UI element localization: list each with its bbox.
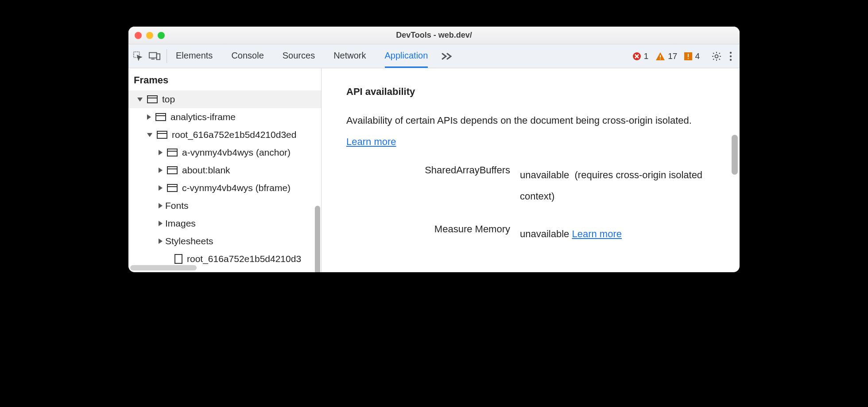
issue-count: 4 [695, 51, 700, 61]
section-description: Availability of certain APIs depends on … [346, 110, 715, 153]
tree-item[interactable]: c-vynmy4vb4wys (bframe) [128, 179, 321, 197]
svg-rect-9 [688, 58, 689, 59]
svg-rect-8 [688, 54, 689, 57]
tab-elements[interactable]: Elements [176, 44, 213, 68]
file-icon [174, 254, 182, 264]
main-panel: API availability Availability of certain… [322, 68, 740, 272]
minimize-window-button[interactable] [146, 32, 153, 39]
svg-rect-3 [157, 54, 160, 60]
error-counter[interactable]: 1 [632, 51, 649, 61]
chevron-right-icon[interactable] [159, 168, 163, 173]
tree-label: Images [165, 218, 196, 229]
svg-point-10 [715, 55, 718, 58]
issue-icon [684, 52, 692, 60]
tree-label: a-vynmy4vb4wys (anchor) [182, 147, 291, 158]
chevron-down-icon[interactable] [147, 133, 152, 137]
learn-more-link[interactable]: Learn more [572, 228, 622, 239]
tree-item[interactable]: root_616a752e1b5d4210d3ed [128, 126, 321, 144]
api-row-value: unavailable Learn more [520, 223, 715, 245]
chevron-right-icon[interactable] [147, 114, 151, 120]
inspect-element-icon[interactable] [133, 51, 143, 61]
frames-sidebar: Frames top analytics-iframe root_616a752… [128, 68, 322, 272]
api-row-value: unavailable (requires cross-origin isola… [520, 164, 715, 207]
frame-icon [155, 113, 166, 121]
frames-tree: top analytics-iframe root_616a752e1b5d42… [128, 90, 321, 272]
chevron-down-icon[interactable] [137, 98, 143, 102]
description-text: Availability of certain APIs depends on … [346, 115, 692, 126]
tab-network[interactable]: Network [333, 44, 366, 68]
frame-icon [147, 95, 158, 103]
content-area: Frames top analytics-iframe root_616a752… [128, 68, 740, 272]
tree-item[interactable]: Fonts [128, 197, 321, 215]
frame-icon [167, 166, 178, 174]
sidebar-header: Frames [128, 68, 321, 90]
learn-more-link[interactable]: Learn more [346, 136, 396, 147]
devtools-toolbar: Elements Console Sources Network Applica… [128, 44, 740, 68]
tree-label: top [162, 94, 175, 105]
kebab-menu-icon[interactable] [729, 51, 732, 61]
svg-point-13 [730, 59, 732, 60]
tree-label: c-vynmy4vb4wys (bframe) [182, 183, 291, 193]
settings-icon[interactable] [711, 51, 722, 62]
window-controls [135, 32, 165, 39]
tab-application[interactable]: Application [385, 44, 428, 68]
frame-icon [157, 131, 167, 139]
tree-label: Fonts [165, 200, 189, 211]
maximize-window-button[interactable] [158, 32, 165, 39]
chevron-right-icon[interactable] [159, 221, 163, 226]
tree-item[interactable]: Stylesheets [128, 232, 321, 250]
main-scrollbar-vertical[interactable] [732, 135, 738, 175]
tree-item[interactable]: analytics-iframe [128, 108, 321, 126]
error-count: 1 [644, 51, 649, 61]
device-toolbar-icon[interactable] [149, 51, 160, 61]
tree-item-top[interactable]: top [128, 90, 321, 108]
warning-count: 17 [668, 51, 677, 61]
titlebar: DevTools - web.dev/ [128, 27, 740, 44]
warning-icon [655, 52, 665, 61]
warning-counter[interactable]: 17 [655, 51, 677, 61]
section-title: API availability [346, 86, 715, 98]
more-tabs-icon[interactable] [441, 52, 453, 60]
tree-label: root_616a752e1b5d4210d3ed [172, 129, 296, 140]
tree-item[interactable]: about:blank [128, 161, 321, 179]
sidebar-scrollbar-vertical[interactable] [315, 206, 320, 272]
panel-tabs: Elements Console Sources Network Applica… [176, 44, 428, 68]
close-window-button[interactable] [135, 32, 142, 39]
issue-counter[interactable]: 4 [684, 51, 700, 61]
frame-icon [167, 184, 178, 192]
svg-rect-6 [660, 59, 661, 59]
api-status: unavailable [520, 228, 569, 239]
chevron-right-icon[interactable] [159, 239, 163, 244]
tab-sources[interactable]: Sources [283, 44, 315, 68]
api-row-label: SharedArrayBuffers [346, 164, 510, 176]
tree-item[interactable]: a-vynmy4vb4wys (anchor) [128, 144, 321, 161]
chevron-right-icon[interactable] [159, 203, 163, 208]
window-title: DevTools - web.dev/ [128, 31, 740, 40]
svg-point-12 [730, 55, 732, 57]
svg-point-11 [730, 51, 732, 53]
svg-rect-5 [660, 55, 661, 58]
api-row-label: Measure Memory [346, 223, 510, 235]
tab-console[interactable]: Console [231, 44, 264, 68]
chevron-right-icon[interactable] [159, 185, 163, 191]
api-table: SharedArrayBuffers unavailable (requires… [346, 164, 715, 245]
tree-label: Stylesheets [165, 236, 213, 247]
svg-rect-1 [149, 53, 157, 58]
tree-label: analytics-iframe [170, 112, 236, 122]
tree-label: root_616a752e1b5d4210d3 [187, 254, 301, 264]
tree-label: about:blank [182, 165, 230, 176]
error-icon [632, 52, 641, 61]
sidebar-scrollbar-horizontal[interactable] [130, 265, 197, 270]
api-status: unavailable [520, 169, 569, 180]
devtools-window: DevTools - web.dev/ Elements Console [128, 27, 740, 272]
frame-icon [167, 149, 178, 157]
tree-item[interactable]: Images [128, 215, 321, 232]
chevron-right-icon[interactable] [159, 150, 163, 155]
